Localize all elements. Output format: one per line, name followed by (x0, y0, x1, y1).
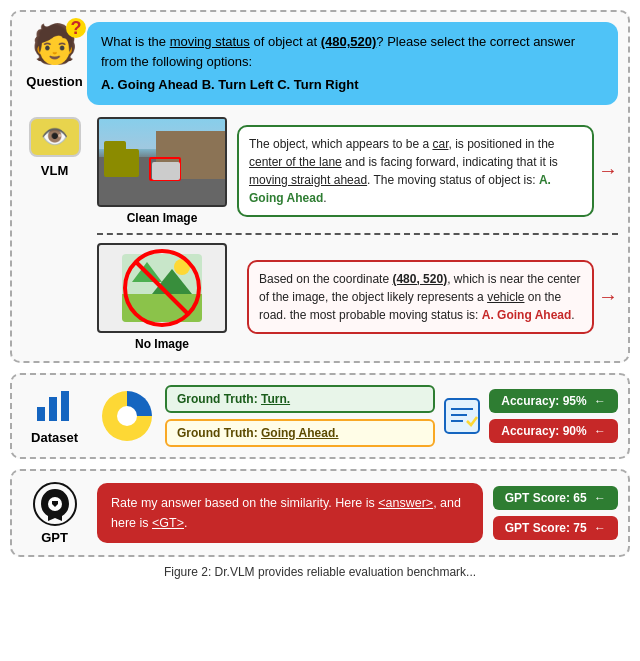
car-bounding-box (149, 157, 181, 181)
svg-rect-4 (61, 391, 69, 421)
green-p1: The object, which appears to be a (249, 137, 432, 151)
accuracy-icon-col (443, 397, 481, 435)
gt-turn-box: Ground Truth: Turn. (165, 385, 435, 413)
accuracy-low-arrow: ← (594, 424, 606, 438)
question-text-part2: of object at (250, 34, 321, 49)
gpt-prompt-box: Rate my answer based on the similarity. … (97, 483, 483, 543)
green-car: car (432, 137, 448, 151)
question-moving-status: moving status (170, 34, 250, 49)
accuracy-high-text: Accuracy: 95% (501, 394, 586, 408)
gpt-score-high-arrow: ← (594, 491, 606, 505)
green-p2: , is positioned in the (448, 137, 554, 151)
slash-svg (117, 249, 207, 327)
question-bubble: What is the moving status of object at (… (87, 22, 618, 105)
dataset-section: Dataset Ground Truth: Turn. Ground Truth… (10, 373, 630, 459)
vlm-section: 👁️ VLM (22, 117, 618, 351)
gpt-icon-col: GPT (22, 481, 87, 545)
gpt-gt-tag: <GT> (152, 516, 184, 530)
no-image-col: No Image (97, 243, 227, 351)
accuracy-icon-svg (443, 397, 481, 435)
gpt-score-low-arrow: ← (594, 521, 606, 535)
pie-chart (97, 386, 157, 446)
green-center: center of the lane (249, 155, 342, 169)
green-p4: . The moving status of object is: (367, 173, 539, 187)
clean-image-label: Clean Image (127, 211, 198, 225)
red-answer: A. Going Ahead (482, 308, 572, 322)
gpt-answer-tag: <answer> (378, 496, 433, 510)
dataset-label: Dataset (22, 430, 87, 445)
gt-turn-label: Ground Truth: (177, 392, 261, 406)
gt-going-label: Ground Truth: (177, 426, 261, 440)
gpt-section: GPT Rate my answer based on the similari… (10, 469, 630, 557)
vlm-label: VLM (41, 163, 68, 178)
green-moving: moving straight ahead (249, 173, 367, 187)
red-arrow-icon: → (598, 285, 618, 308)
gt-going-value: Going Ahead. (261, 426, 339, 440)
accuracy-high-arrow: ← (594, 394, 606, 408)
gt-going-box: Ground Truth: Going Ahead. (165, 419, 435, 447)
gpt-period: . (184, 516, 187, 530)
gt-turn-value: Turn. (261, 392, 290, 406)
gpt-score-high-text: GPT Score: 65 (505, 491, 587, 505)
no-image-box (97, 243, 227, 333)
gpt-scores-col: GPT Score: 65 ← GPT Score: 75 ← (493, 486, 618, 540)
green-p3: and is facing forward, indicating that i… (342, 155, 558, 169)
green-arrow-icon: → (598, 159, 618, 182)
question-row: 🧑 ? Question What is the moving status o… (22, 22, 618, 105)
top-section: 🧑 ? Question What is the moving status o… (10, 10, 630, 363)
vlm-content: Clean Image The object, which appears to… (97, 117, 618, 351)
car-icon (152, 162, 180, 180)
clean-image (97, 117, 227, 207)
red-vehicle: vehicle (487, 290, 524, 304)
truck-icon (104, 149, 139, 177)
slash-overlay (117, 249, 207, 327)
gpt-score-low: GPT Score: 75 ← (493, 516, 618, 540)
vlm-left-col: 👁️ VLM (22, 117, 87, 178)
question-text-part1: What is the (101, 34, 170, 49)
svg-point-5 (117, 406, 137, 426)
eye-icon: 👁️ (29, 117, 81, 157)
question-mark-icon: ? (66, 18, 86, 38)
section-divider (97, 233, 618, 235)
green-period: . (323, 191, 326, 205)
no-image-row: No Image Based on the coordinate (480, 5… (97, 243, 618, 351)
figure-caption: Figure 2: Dr.VLM provides reliable evalu… (10, 565, 630, 579)
clean-image-col: Clean Image (97, 117, 227, 225)
question-coord: (480,520) (321, 34, 377, 49)
gpt-label: GPT (22, 530, 87, 545)
red-period: . (571, 308, 574, 322)
road-background (99, 119, 225, 205)
gpt-logo-svg (32, 481, 78, 527)
accuracy-col: Accuracy: 95% ← Accuracy: 90% ← (489, 389, 618, 443)
no-image-graphic (117, 249, 207, 327)
dataset-bars-icon (22, 387, 87, 430)
clean-image-row: Clean Image The object, which appears to… (97, 117, 618, 225)
accuracy-low-text: Accuracy: 90% (501, 424, 586, 438)
bar-chart-svg (35, 387, 75, 423)
green-response-box: The object, which appears to be a car, i… (237, 125, 594, 217)
svg-rect-3 (49, 397, 57, 421)
red-response-wrapper: Based on the coordinate (480, 520), whic… (237, 243, 618, 351)
no-image-label: No Image (135, 337, 189, 351)
dataset-content: Ground Truth: Turn. Ground Truth: Going … (97, 385, 618, 447)
gpt-score-low-text: GPT Score: 75 (505, 521, 587, 535)
red-coord: (480, 520) (392, 272, 447, 286)
question-icon-col: 🧑 ? Question (22, 22, 87, 89)
gpt-prompt-text: Rate my answer based on the similarity. … (111, 496, 378, 510)
ground-truth-col: Ground Truth: Turn. Ground Truth: Going … (165, 385, 435, 447)
gpt-score-high: GPT Score: 65 ← (493, 486, 618, 510)
eye-symbol: 👁️ (41, 124, 68, 150)
question-label: Question (22, 74, 87, 89)
red-response-box: Based on the coordinate (480, 520), whic… (247, 260, 594, 334)
accuracy-high-badge: Accuracy: 95% ← (489, 389, 618, 413)
green-response-wrapper: The object, which appears to be a car, i… (237, 117, 618, 225)
dataset-icon-col: Dataset (22, 387, 87, 445)
question-options: A. Going Ahead B. Turn Left C. Turn Righ… (101, 75, 604, 95)
accuracy-low-badge: Accuracy: 90% ← (489, 419, 618, 443)
svg-line-1 (135, 261, 189, 315)
main-container: 🧑 ? Question What is the moving status o… (10, 10, 630, 579)
red-p1: Based on the coordinate (259, 272, 392, 286)
svg-rect-2 (37, 407, 45, 421)
